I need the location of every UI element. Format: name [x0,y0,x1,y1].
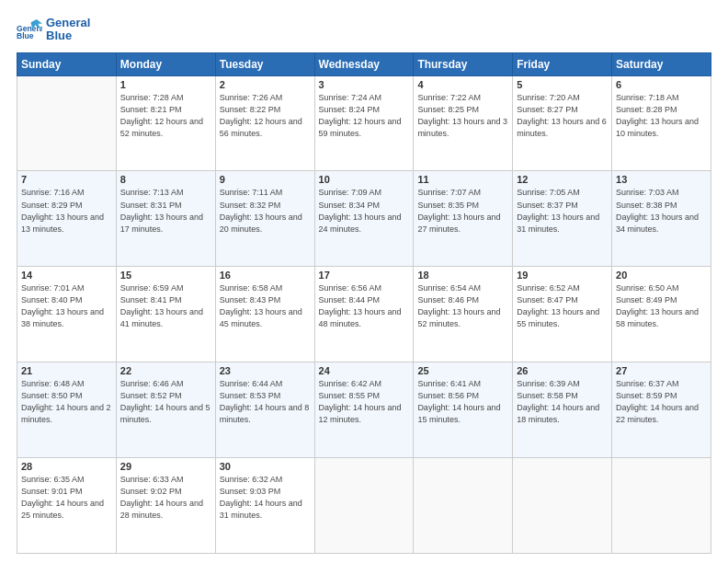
day-info: Sunrise: 6:52 AMSunset: 8:47 PMDaylight:… [517,282,608,330]
day-info: Sunrise: 7:01 AMSunset: 8:40 PMDaylight:… [21,282,112,330]
day-info: Sunrise: 6:37 AMSunset: 8:59 PMDaylight:… [616,378,707,426]
day-info: Sunrise: 6:32 AMSunset: 9:03 PMDaylight:… [220,474,311,522]
day-number: 14 [21,270,112,281]
day-info: Sunrise: 7:07 AMSunset: 8:35 PMDaylight:… [417,187,508,235]
day-number: 23 [220,365,311,376]
day-info: Sunrise: 7:13 AMSunset: 8:31 PMDaylight:… [120,187,211,235]
calendar-cell: 28Sunrise: 6:35 AMSunset: 9:01 PMDayligh… [17,458,117,554]
day-number: 13 [616,174,707,185]
day-number: 30 [220,461,311,472]
calendar-cell: 22Sunrise: 6:46 AMSunset: 8:52 PMDayligh… [116,362,215,458]
logo: General Blue General Blue [17,17,90,43]
calendar-cell: 14Sunrise: 7:01 AMSunset: 8:40 PMDayligh… [17,267,117,362]
day-info: Sunrise: 6:46 AMSunset: 8:52 PMDaylight:… [120,378,211,426]
calendar-cell: 7Sunrise: 7:16 AMSunset: 8:29 PMDaylight… [17,171,117,267]
calendar-cell: 6Sunrise: 7:18 AMSunset: 8:28 PMDaylight… [612,75,711,171]
day-number: 21 [21,365,112,376]
calendar-cell: 13Sunrise: 7:03 AMSunset: 8:38 PMDayligh… [612,171,711,267]
calendar-cell: 3Sunrise: 7:24 AMSunset: 8:24 PMDaylight… [314,75,414,171]
day-number: 25 [417,365,508,376]
day-number: 16 [220,270,311,281]
calendar-cell: 27Sunrise: 6:37 AMSunset: 8:59 PMDayligh… [612,362,711,458]
calendar-cell: 5Sunrise: 7:20 AMSunset: 8:27 PMDaylight… [513,75,612,171]
day-number: 26 [517,365,608,376]
day-number: 3 [319,79,410,90]
day-number: 10 [319,174,410,185]
calendar-cell: 2Sunrise: 7:26 AMSunset: 8:22 PMDaylight… [215,75,314,171]
col-header-monday: Monday [116,52,215,75]
day-info: Sunrise: 7:24 AMSunset: 8:24 PMDaylight:… [319,92,410,140]
calendar-week-2: 7Sunrise: 7:16 AMSunset: 8:29 PMDaylight… [17,171,711,267]
col-header-tuesday: Tuesday [215,52,314,75]
day-number: 17 [319,270,410,281]
day-number: 11 [417,174,508,185]
day-info: Sunrise: 7:26 AMSunset: 8:22 PMDaylight:… [220,92,311,140]
page: General Blue General Blue SundayMondayTu… [0,0,728,563]
calendar-cell: 10Sunrise: 7:09 AMSunset: 8:34 PMDayligh… [314,171,414,267]
day-number: 18 [417,270,508,281]
day-info: Sunrise: 6:42 AMSunset: 8:55 PMDaylight:… [319,378,410,426]
day-info: Sunrise: 7:09 AMSunset: 8:34 PMDaylight:… [319,187,410,235]
day-number: 9 [220,174,311,185]
day-number: 19 [517,270,608,281]
day-number: 2 [220,79,311,90]
day-info: Sunrise: 7:16 AMSunset: 8:29 PMDaylight:… [21,187,112,235]
day-number: 20 [616,270,707,281]
logo-blue: Blue [46,29,90,42]
day-info: Sunrise: 6:56 AMSunset: 8:44 PMDaylight:… [319,282,410,330]
day-info: Sunrise: 7:28 AMSunset: 8:21 PMDaylight:… [120,92,211,140]
day-info: Sunrise: 7:11 AMSunset: 8:32 PMDaylight:… [220,187,311,235]
calendar-week-4: 21Sunrise: 6:48 AMSunset: 8:50 PMDayligh… [17,362,711,458]
calendar-cell: 19Sunrise: 6:52 AMSunset: 8:47 PMDayligh… [513,267,612,362]
day-info: Sunrise: 6:50 AMSunset: 8:49 PMDaylight:… [616,282,707,330]
calendar-cell: 17Sunrise: 6:56 AMSunset: 8:44 PMDayligh… [314,267,414,362]
calendar-cell: 1Sunrise: 7:28 AMSunset: 8:21 PMDaylight… [116,75,215,171]
day-number: 29 [120,461,211,472]
calendar-cell: 12Sunrise: 7:05 AMSunset: 8:37 PMDayligh… [513,171,612,267]
day-info: Sunrise: 7:05 AMSunset: 8:37 PMDaylight:… [517,187,608,235]
calendar-cell: 25Sunrise: 6:41 AMSunset: 8:56 PMDayligh… [414,362,513,458]
day-info: Sunrise: 6:44 AMSunset: 8:53 PMDaylight:… [220,378,311,426]
calendar-cell: 24Sunrise: 6:42 AMSunset: 8:55 PMDayligh… [314,362,414,458]
day-number: 8 [120,174,211,185]
calendar-cell [17,75,117,171]
day-info: Sunrise: 7:22 AMSunset: 8:25 PMDaylight:… [417,92,508,140]
day-number: 27 [616,365,707,376]
calendar-cell: 16Sunrise: 6:58 AMSunset: 8:43 PMDayligh… [215,267,314,362]
calendar-cell [314,458,414,554]
calendar-cell: 9Sunrise: 7:11 AMSunset: 8:32 PMDaylight… [215,171,314,267]
calendar-cell [513,458,612,554]
day-number: 12 [517,174,608,185]
calendar-header-row: SundayMondayTuesdayWednesdayThursdayFrid… [17,52,711,75]
calendar-cell: 21Sunrise: 6:48 AMSunset: 8:50 PMDayligh… [17,362,117,458]
day-info: Sunrise: 7:18 AMSunset: 8:28 PMDaylight:… [616,92,707,140]
header: General Blue General Blue [17,17,711,43]
calendar-cell: 11Sunrise: 7:07 AMSunset: 8:35 PMDayligh… [414,171,513,267]
day-info: Sunrise: 6:33 AMSunset: 9:02 PMDaylight:… [120,474,211,522]
calendar-cell: 4Sunrise: 7:22 AMSunset: 8:25 PMDaylight… [414,75,513,171]
day-number: 15 [120,270,211,281]
calendar-cell [414,458,513,554]
calendar-cell: 23Sunrise: 6:44 AMSunset: 8:53 PMDayligh… [215,362,314,458]
calendar-cell: 30Sunrise: 6:32 AMSunset: 9:03 PMDayligh… [215,458,314,554]
col-header-wednesday: Wednesday [314,52,414,75]
day-info: Sunrise: 6:59 AMSunset: 8:41 PMDaylight:… [120,282,211,330]
day-info: Sunrise: 6:41 AMSunset: 8:56 PMDaylight:… [417,378,508,426]
day-number: 1 [120,79,211,90]
col-header-sunday: Sunday [17,52,117,75]
calendar-cell: 20Sunrise: 6:50 AMSunset: 8:49 PMDayligh… [612,267,711,362]
day-number: 28 [21,461,112,472]
day-number: 7 [21,174,112,185]
day-number: 22 [120,365,211,376]
day-info: Sunrise: 7:03 AMSunset: 8:38 PMDaylight:… [616,187,707,235]
calendar-week-1: 1Sunrise: 7:28 AMSunset: 8:21 PMDaylight… [17,75,711,171]
calendar-cell: 29Sunrise: 6:33 AMSunset: 9:02 PMDayligh… [116,458,215,554]
day-number: 4 [417,79,508,90]
calendar-cell: 8Sunrise: 7:13 AMSunset: 8:31 PMDaylight… [116,171,215,267]
calendar-week-5: 28Sunrise: 6:35 AMSunset: 9:01 PMDayligh… [17,458,711,554]
logo-icon: General Blue [17,17,42,42]
col-header-saturday: Saturday [612,52,711,75]
day-info: Sunrise: 6:35 AMSunset: 9:01 PMDaylight:… [21,474,112,522]
calendar-cell: 15Sunrise: 6:59 AMSunset: 8:41 PMDayligh… [116,267,215,362]
col-header-friday: Friday [513,52,612,75]
